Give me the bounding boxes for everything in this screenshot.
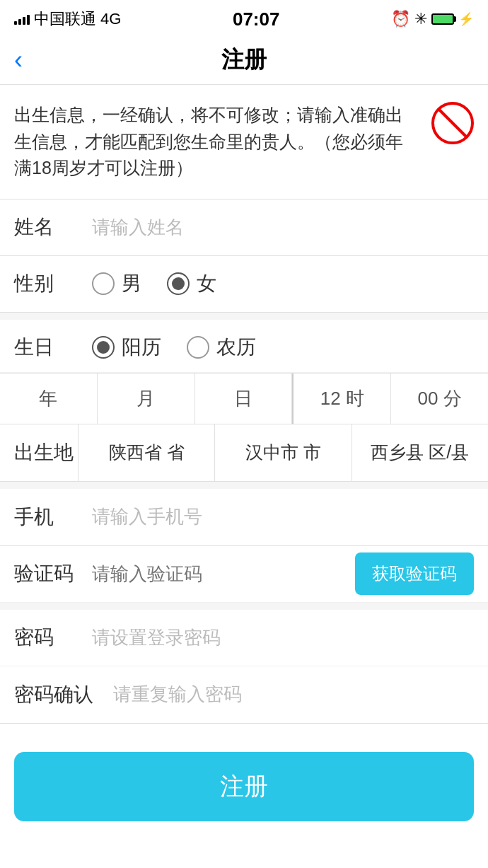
password-input[interactable]: [92, 627, 474, 649]
phone-label: 手机: [14, 504, 92, 531]
password-row: 密码: [0, 610, 488, 666]
info-banner: 出生信息，一经确认，将不可修改；请输入准确出生信息，才能匹配到您生命里的贵人。（…: [0, 85, 488, 199]
solar-calendar[interactable]: 阳历: [92, 334, 161, 361]
calendar-options: 阳历 农历: [92, 334, 256, 361]
province-col[interactable]: 陕西省 省: [78, 424, 214, 481]
verify-input[interactable]: [92, 563, 355, 585]
phone-section: 手机: [0, 489, 488, 546]
lunar-radio[interactable]: [187, 336, 209, 359]
gender-options: 男 女: [92, 270, 216, 297]
gender-female[interactable]: 女: [167, 270, 216, 297]
birthday-label: 生日: [14, 334, 92, 361]
get-verify-btn[interactable]: 获取验证码: [355, 552, 474, 595]
gender-female-label: 女: [197, 270, 216, 297]
password-section: 密码 密码确认: [0, 610, 488, 724]
hour-col[interactable]: 12 时: [292, 374, 391, 424]
solar-label: 阳历: [122, 334, 161, 361]
gender-label: 性别: [14, 270, 92, 297]
birthplace-label: 出生地: [0, 439, 78, 466]
solar-radio[interactable]: [92, 336, 115, 359]
day-header: 日: [234, 386, 252, 411]
hour-value: 12 时: [320, 386, 364, 411]
name-label: 姓名: [14, 214, 92, 241]
status-bar: 中国联通 4G 07:07 ⏰ ✳ ⚡: [0, 0, 488, 35]
date-time-columns: 年 月 日 12 时 00 分: [0, 373, 488, 424]
name-row: 姓名: [0, 199, 488, 256]
verify-label: 验证码: [14, 560, 92, 587]
gender-male-label: 男: [122, 270, 141, 297]
minute-value: 00 分: [418, 386, 462, 411]
year-header: 年: [39, 386, 57, 411]
phone-input[interactable]: [92, 506, 474, 528]
year-col[interactable]: 年: [0, 374, 98, 424]
district-value: 西乡县 区/县: [371, 441, 469, 464]
no-entry-icon: [431, 102, 474, 144]
nav-bar: ‹ 注册: [0, 35, 488, 85]
status-right: ⏰ ✳ ⚡: [391, 10, 474, 28]
form-content: 出生信息，一经确认，将不可修改；请输入准确出生信息，才能匹配到您生命里的贵人。（…: [0, 85, 488, 843]
gender-male[interactable]: 男: [92, 270, 141, 297]
separator-2: [0, 482, 488, 489]
province-value: 陕西省 省: [109, 441, 185, 464]
birthplace-cols: 陕西省 省 汉中市 市 西乡县 区/县: [78, 424, 488, 481]
city-col[interactable]: 汉中市 市: [214, 424, 351, 481]
gender-row: 性别 男 女: [0, 256, 488, 313]
confirm-label: 密码确认: [14, 681, 113, 708]
status-left: 中国联通 4G: [14, 8, 121, 30]
city-value: 汉中市 市: [245, 441, 321, 464]
network-label: 4G: [100, 10, 121, 28]
month-col[interactable]: 月: [98, 374, 195, 424]
register-area: 注册: [0, 731, 488, 843]
minute-col[interactable]: 00 分: [391, 374, 488, 424]
gender-female-radio[interactable]: [167, 272, 190, 295]
district-col[interactable]: 西乡县 区/县: [352, 424, 488, 481]
name-input[interactable]: [92, 216, 474, 238]
alarm-icon: ⏰: [391, 10, 410, 28]
lunar-label: 农历: [216, 334, 256, 361]
signal-icon: [14, 13, 30, 25]
month-header: 月: [136, 386, 155, 411]
back-button[interactable]: ‹: [14, 45, 23, 75]
svg-line-1: [438, 109, 467, 137]
info-text: 出生信息，一经确认，将不可修改；请输入准确出生信息，才能匹配到您生命里的贵人。（…: [14, 102, 420, 182]
register-button[interactable]: 注册: [14, 752, 474, 821]
verify-row: 验证码 获取验证码: [0, 546, 488, 603]
password-label: 密码: [14, 624, 92, 651]
day-col[interactable]: 日: [195, 374, 293, 424]
separator-3: [0, 603, 488, 610]
carrier-label: 中国联通: [34, 8, 96, 30]
charging-icon: ⚡: [458, 11, 474, 27]
confirm-input[interactable]: [113, 683, 474, 705]
gender-male-radio[interactable]: [92, 272, 115, 295]
birthday-type-row: 生日 阳历 农历: [0, 320, 488, 373]
status-time: 07:07: [233, 8, 280, 30]
bluetooth-icon: ✳: [414, 10, 427, 28]
confirm-password-row: 密码确认: [0, 666, 488, 723]
separator-1: [0, 313, 488, 320]
battery-icon: [431, 13, 454, 25]
phone-row: 手机: [0, 489, 488, 545]
birthplace-row: 出生地 陕西省 省 汉中市 市 西乡县 区/县: [0, 424, 488, 482]
lunar-calendar[interactable]: 农历: [187, 334, 256, 361]
page-title: 注册: [221, 45, 267, 76]
birthday-section: 生日 阳历 农历 年 月 日: [0, 320, 488, 424]
